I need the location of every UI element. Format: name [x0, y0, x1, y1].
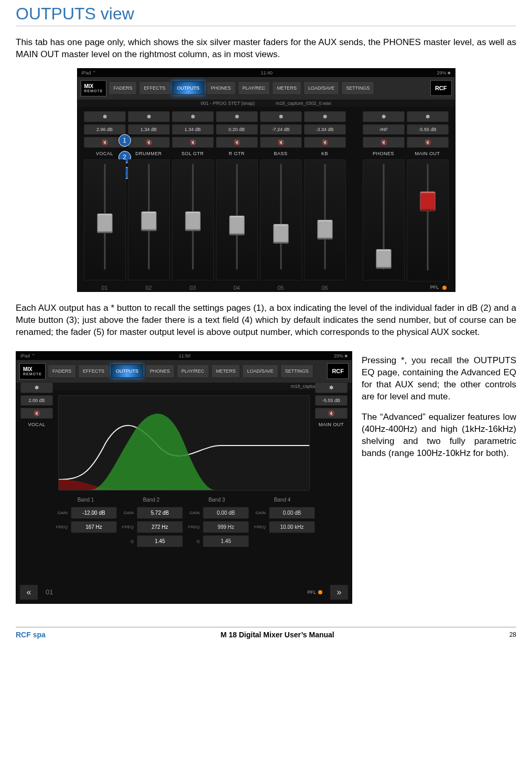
level-db: 1.34 dB	[172, 124, 214, 135]
fader-track[interactable]	[260, 159, 302, 280]
output-number: 02	[128, 285, 170, 291]
logo-main-2: MIX	[23, 366, 32, 372]
eq-freq-label: FREQ	[185, 525, 200, 529]
band-tab-2[interactable]: Band 2	[136, 495, 167, 505]
recall-button[interactable]	[304, 111, 346, 122]
channel-name[interactable]: MAIN OUT	[407, 151, 449, 156]
footer-brand: RCF spa	[16, 631, 46, 639]
nav-tab-meters[interactable]: METERS	[211, 364, 241, 378]
eq-channel-name: VOCAL	[20, 422, 53, 427]
pfl-text-2: PFL	[307, 590, 316, 595]
intro-paragraph: This tab has one page only, which shows …	[16, 37, 516, 61]
mute-button[interactable]	[216, 137, 258, 148]
nav-tab-settings[interactable]: SETTINGS	[280, 364, 313, 378]
nav-tab-effects[interactable]: EFFECTS	[78, 364, 109, 378]
eq-gain-label: GAIN	[119, 511, 134, 515]
mute-button[interactable]	[260, 137, 302, 148]
fader-track[interactable]	[363, 159, 405, 280]
recall-button[interactable]	[216, 111, 258, 122]
next-button[interactable]: »	[330, 584, 349, 600]
fader-track[interactable]	[172, 159, 214, 280]
fader-track[interactable]	[304, 159, 346, 280]
mute-button[interactable]	[407, 137, 449, 148]
recall-button[interactable]	[363, 111, 405, 122]
mute-button[interactable]	[128, 137, 170, 148]
band-tab-4[interactable]: Band 4	[267, 495, 298, 505]
fader-knob[interactable]	[273, 224, 289, 244]
channel-name[interactable]: DRUMMER	[128, 151, 170, 156]
rcf-badge: RCF	[430, 80, 452, 96]
band-tab-3[interactable]: Band 3	[201, 495, 233, 505]
nav-tab-playrec[interactable]: PLAY/REC	[238, 81, 270, 95]
fader-knob[interactable]	[141, 211, 157, 231]
recall-button[interactable]	[407, 111, 449, 122]
mute-button[interactable]	[363, 137, 405, 148]
eq-freq-value-band4[interactable]: 10.00 kHz	[269, 521, 315, 533]
nav-tab-effects[interactable]: EFFECTS	[139, 81, 170, 95]
prev-button[interactable]: «	[19, 584, 38, 600]
eq-output-num: 01	[46, 588, 53, 596]
nav-tab-outputs[interactable]: OUTPUTS	[111, 364, 143, 378]
recall-button[interactable]	[260, 111, 302, 122]
nav-tab-loadsave[interactable]: LOAD/SAVE	[242, 364, 278, 378]
fader-knob[interactable]	[97, 213, 113, 233]
recall-button[interactable]	[172, 111, 214, 122]
fader-track[interactable]	[407, 159, 449, 281]
eq-gain-value-band1[interactable]: -12.00 dB	[71, 507, 117, 519]
nav-tab-faders[interactable]: FADERS	[48, 364, 76, 378]
eq-freq-value-band2[interactable]: 272 Hz	[137, 521, 183, 533]
eq-gain-value-band3[interactable]: 0.00 dB	[203, 507, 249, 519]
fader-knob[interactable]	[376, 249, 392, 269]
channel-name[interactable]: PHONES	[363, 151, 405, 156]
fader-knob[interactable]	[317, 220, 333, 240]
footer-title: M 18 Digital Mixer User’s Manual	[221, 631, 334, 639]
nav-tab-meters[interactable]: METERS	[272, 81, 301, 95]
eq-gain-value-band2[interactable]: 5.72 dB	[137, 507, 183, 519]
nav-tab-faders[interactable]: FADERS	[108, 81, 137, 95]
fader-knob[interactable]	[229, 215, 245, 235]
eq-freq-value-band1[interactable]: 167 Hz	[71, 521, 117, 533]
legend-paragraph: Each AUX output has a * button to recall…	[16, 302, 516, 339]
fader-track[interactable]	[216, 159, 258, 280]
recall-button[interactable]	[128, 111, 170, 122]
eq-gain-label: GAIN	[251, 511, 266, 515]
aux-channel-6: -3.34 dBKB06	[304, 111, 346, 291]
mainout-channel-: -5.55 dBMAIN OUTPFL	[407, 111, 449, 291]
recall-button[interactable]	[84, 111, 126, 122]
eq-gain-label: GAIN	[53, 511, 68, 515]
eq-gain-value-band4[interactable]: 0.00 dB	[269, 507, 315, 519]
channel-name[interactable]: SOL GTR	[172, 151, 214, 156]
eq-q-label: Q	[119, 539, 134, 544]
fader-knob[interactable]	[185, 211, 201, 231]
phones-channel-: -INFPHONES	[363, 111, 405, 291]
channel-name[interactable]: R GTR	[216, 151, 258, 156]
level-db: -7.24 dB	[260, 124, 302, 135]
fader-track[interactable]	[128, 159, 170, 280]
eq-mute-button[interactable]	[20, 408, 53, 419]
fader-knob[interactable]	[420, 191, 436, 211]
eq-freq-value-band3[interactable]: 999 Hz	[203, 521, 249, 533]
eq-mainout-mute-button[interactable]	[315, 408, 348, 419]
eq-settings-button[interactable]	[20, 382, 53, 393]
nav-tab-settings[interactable]: SETTINGS	[341, 81, 374, 95]
nav-tab-loadsave[interactable]: LOAD/SAVE	[303, 81, 339, 95]
output-number: 04	[216, 285, 258, 291]
nav-tab-phones[interactable]: PHONES	[145, 364, 175, 378]
status-battery: 29% ■	[437, 70, 451, 75]
nav-tab-phones[interactable]: PHONES	[207, 81, 236, 95]
channel-name[interactable]: KB	[304, 151, 346, 156]
band-tab-1[interactable]: Band 1	[70, 495, 102, 505]
nav-tab-outputs[interactable]: OUTPUTS	[172, 81, 204, 95]
eq-q-value-band2[interactable]: 1.45	[137, 535, 183, 547]
output-number: 01	[84, 285, 126, 291]
mute-button[interactable]	[172, 137, 214, 148]
eq-q-value-band3[interactable]: 1.45	[203, 535, 249, 547]
nav-tab-playrec[interactable]: PLAY/REC	[177, 364, 209, 378]
eq-mainout-settings-button[interactable]	[315, 382, 348, 393]
ipad-status-bar-2: iPad ⌃ 11:50 29% ■	[16, 352, 352, 360]
channel-name[interactable]: BASS	[260, 151, 302, 156]
nav-bar: MIX REMOTE FADERSEFFECTSOUTPUTSPHONESPLA…	[78, 77, 455, 100]
footer-page: 28	[509, 631, 516, 638]
mute-button[interactable]	[304, 137, 346, 148]
fader-track[interactable]	[84, 159, 126, 280]
